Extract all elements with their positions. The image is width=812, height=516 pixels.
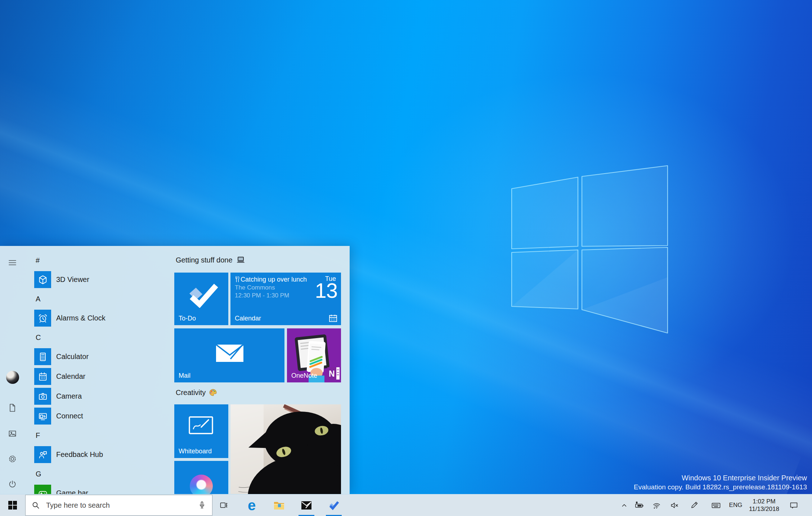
app-list-item-alarms-clock[interactable]: Alarms & Clock [34,308,171,328]
watermark: Windows 10 Enterprise Insider Preview Ev… [634,473,807,492]
palette-emoji-icon [209,389,217,396]
start-rail [0,246,25,494]
tile-whiteboard[interactable]: Whiteboard [174,404,228,458]
language-label: ENG [729,502,743,509]
search-input[interactable]: Type here to search [25,495,212,516]
app-icon [34,348,51,365]
mail-icon [301,501,312,510]
section-letter-hash[interactable]: # [34,251,171,270]
windows-wallpaper-logo [497,155,691,342]
hamburger-icon [8,258,17,268]
tray-date: 11/13/2018 [749,505,779,513]
app-list-item-camera[interactable]: Camera [34,386,171,406]
wifi-icon [652,501,661,510]
battery-button[interactable] [632,494,646,516]
todo-icon [328,501,339,510]
app-list-item-calendar[interactable]: Calendar [34,367,171,386]
svg-text:N: N [329,369,335,378]
expand-menu-button[interactable] [0,254,25,271]
tile-calendar[interactable]: Catching up over lunch The Commons 12:30… [230,273,341,325]
tile-label: Mail [179,372,190,380]
volume-muted-icon [670,501,679,510]
volume-button[interactable] [667,494,682,516]
group-title: Creativity [176,389,206,397]
tile-group-header-getting-stuff-done[interactable]: Getting stuff done [176,256,246,264]
app-label: Alarms & Clock [56,314,106,322]
power-icon [8,479,17,489]
tile-label: Whiteboard [179,448,212,455]
section-letter-F[interactable]: F [34,426,171,445]
taskbar-app-file-explorer[interactable] [268,494,290,516]
document-icon [8,403,17,413]
app-icon [34,271,51,288]
app-label: Connect [56,412,83,420]
action-center-icon [789,501,799,510]
taskbar: Type here to search e [0,494,812,516]
action-center-button[interactable] [786,494,802,516]
gear-icon [8,454,17,464]
windows-ink-button[interactable] [687,494,701,516]
app-list-item-3d-viewer[interactable]: 3D Viewer [34,270,171,290]
pen-icon [690,501,699,510]
watermark-line1: Windows 10 Enterprise Insider Preview [634,473,807,483]
app-list-item-calculator[interactable]: Calculator [34,347,171,367]
tile-todo[interactable]: To-Do [174,273,228,325]
app-label: 3D Viewer [56,275,89,284]
user-account-button[interactable] [0,369,25,386]
tile-mail[interactable]: Mail [174,328,284,382]
tile-cortana[interactable] [174,461,228,494]
start-button[interactable] [0,494,25,516]
todo-check-icon [184,282,219,308]
tile-group-header-creativity[interactable]: Creativity [176,389,217,397]
app-list-item-game-bar[interactable]: Game bar [34,483,171,494]
language-button[interactable]: ENG [727,494,744,516]
power-button[interactable] [0,475,25,493]
app-label: Game bar [56,489,88,494]
app-icon [34,368,51,385]
tile-label: Calendar [235,315,261,322]
calendar-event: Catching up over lunch The Commons 12:30… [235,275,310,300]
mail-envelope-icon [215,342,244,364]
app-label: Calendar [56,372,85,381]
app-icon [34,310,51,327]
settings-button[interactable] [0,450,25,467]
tile-onenote[interactable]: N OneNote [287,328,341,382]
taskbar-app-mail[interactable] [295,494,318,516]
event-time: 12:30 PM - 1:30 PM [235,292,310,300]
documents-button[interactable] [0,399,25,416]
app-label: Calculator [56,353,89,361]
laptop-emoji-icon [236,256,246,264]
utensils-icon [235,276,239,282]
app-list: # 3D Viewer A Alarms & Clock C Calculato… [34,246,171,494]
section-letter-G[interactable]: G [34,465,171,483]
mic-icon[interactable] [197,501,207,510]
search-placeholder: Type here to search [46,501,197,510]
event-location: The Commons [235,284,310,292]
start-menu: # 3D Viewer A Alarms & Clock C Calculato… [0,246,350,494]
taskbar-app-edge[interactable]: e [241,494,263,516]
section-letter-C[interactable]: C [34,328,171,347]
app-icon [34,388,51,405]
tray-time: 1:02 PM [749,498,779,505]
search-icon [31,501,40,510]
taskbar-app-todo[interactable] [323,494,345,516]
clock[interactable]: 1:02 PM 11/13/2018 [745,494,783,516]
watermark-line2: Evaluation copy. Build 18282.rs_prerelea… [634,483,807,492]
edge-icon: e [248,498,256,512]
app-label: Camera [56,392,82,400]
whiteboard-icon [188,416,214,437]
tile-label: OneNote [291,372,317,380]
section-letter-A[interactable]: A [34,290,171,308]
calendar-mini-icon [329,314,337,322]
tile-photo[interactable] [230,404,341,494]
task-view-button[interactable] [213,494,234,516]
network-button[interactable] [649,494,664,516]
task-view-icon [219,501,229,510]
app-list-item-connect[interactable]: Connect [34,406,171,426]
show-hidden-icons-button[interactable] [617,494,631,516]
event-day: 13 [315,280,337,302]
touch-keyboard-button[interactable] [707,494,724,516]
pictures-button[interactable] [0,425,25,442]
cortana-orb-icon [190,475,213,494]
app-list-item-feedback-hub[interactable]: Feedback Hub [34,445,171,465]
